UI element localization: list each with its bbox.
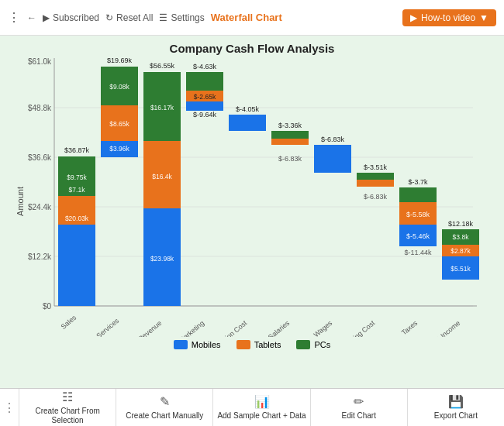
svg-text:$3.8k: $3.8k (453, 233, 470, 241)
svg-text:$20.03k: $20.03k (65, 215, 89, 222)
svg-text:Taxes: Taxes (400, 319, 419, 337)
edit-chart-button[interactable]: ✏ Edit Chart (311, 389, 408, 426)
btn2-label: Create Chart Manually (126, 411, 203, 421)
mobiles-swatch (174, 340, 188, 349)
svg-text:$9.08k: $9.08k (109, 83, 129, 91)
svg-text:$48.8k: $48.8k (28, 104, 52, 112)
svg-text:$-4.05k: $-4.05k (236, 105, 260, 113)
svg-text:$16.17k: $16.17k (150, 104, 174, 112)
reset-label: Reset All (116, 12, 153, 23)
svg-text:$-6.83k: $-6.83k (278, 155, 302, 163)
svg-text:$7.1k: $7.1k (69, 186, 86, 194)
salaries-pcs (271, 131, 309, 139)
svg-text:Marketing: Marketing (178, 319, 206, 337)
subscribed-icon: ▶ (43, 12, 50, 23)
chart-add-icon: 📊 (254, 394, 270, 409)
svg-text:$12.18k: $12.18k (448, 220, 474, 228)
svg-text:$-4.63k: $-4.63k (193, 63, 217, 70)
subscribed-label: Subscribed (53, 12, 99, 23)
export-chart-button[interactable]: 💾 Export Chart (408, 389, 504, 426)
chevron-down-icon: ▼ (479, 12, 488, 23)
btn5-label: Export Chart (434, 411, 478, 421)
svg-text:$12.2k: $12.2k (28, 253, 52, 261)
svg-text:$-6.83k: $-6.83k (364, 193, 388, 201)
chart-area: Company Cash Flow Analysis Amount $0 $12… (0, 36, 504, 388)
btn3-label: Add Sample Chart + Data (217, 411, 306, 421)
svg-text:Total Revenue: Total Revenue (124, 319, 164, 337)
waterfall-chart-svg: Amount $0 $12.2k $24.4k $36.6k $48.8k $6… (16, 58, 488, 337)
edit-icon: ✏ (354, 394, 364, 409)
btn1-label: Create Chart From Selection (21, 407, 114, 425)
y-axis-label: Amount (16, 187, 25, 216)
youtube-icon: ▶ (410, 12, 417, 23)
chart-legend: Mobiles Tablets PCs (8, 340, 496, 349)
legend-tablets: Tablets (236, 340, 281, 349)
svg-text:$8.65k: $8.65k (109, 120, 129, 128)
howto-label: How-to video (421, 12, 475, 23)
svg-text:$-3.7k: $-3.7k (408, 178, 428, 186)
svg-text:$36.87k: $36.87k (64, 146, 90, 154)
svg-text:$-3.36k: $-3.36k (278, 122, 302, 129)
reset-button[interactable]: ↻ Reset All (105, 12, 153, 23)
svg-text:$-6.83k: $-6.83k (321, 136, 345, 143)
export-icon: 💾 (448, 394, 464, 409)
taxes-pcs (399, 187, 437, 202)
svg-text:$19.69k: $19.69k (107, 58, 133, 64)
toolbar: ⋮ ☷ Create Chart From Selection ✎ Create… (0, 388, 504, 426)
create-chart-manually-button[interactable]: ✎ Create Chart Manually (116, 389, 213, 426)
svg-text:$-3.51k: $-3.51k (364, 163, 388, 171)
svg-text:$-9.64k: $-9.64k (193, 111, 217, 119)
sales-mobiles (58, 225, 95, 306)
opcost-pcs (357, 173, 394, 180)
svg-text:$-5.46k: $-5.46k (406, 232, 430, 240)
svg-text:$24.4k: $24.4k (28, 203, 52, 211)
svg-text:$23.98k: $23.98k (150, 255, 174, 263)
add-sample-chart-button[interactable]: 📊 Add Sample Chart + Data (213, 389, 310, 426)
create-chart-selection-button[interactable]: ☷ Create Chart From Selection (19, 389, 116, 426)
reset-icon: ↻ (105, 12, 113, 23)
svg-text:Wages: Wages (312, 319, 334, 337)
settings-label: Settings (171, 12, 204, 23)
wages-mobiles (314, 145, 351, 173)
transport-mobiles (229, 115, 266, 131)
tablets-swatch (236, 340, 250, 349)
svg-text:$61.0k: $61.0k (28, 58, 52, 66)
svg-text:$-11.44k: $-11.44k (404, 249, 432, 256)
table-icon: ☷ (62, 390, 73, 404)
svg-text:$-5.58k: $-5.58k (406, 211, 430, 218)
pcs-label: PCs (314, 340, 330, 349)
settings-button[interactable]: ☰ Settings (159, 12, 204, 23)
salaries-tablets (271, 139, 309, 145)
svg-text:Services: Services (95, 317, 120, 337)
svg-text:$2.87k: $2.87k (450, 247, 471, 255)
app-header: ⋮ ← ▶ Subscribed ↻ Reset All ☰ Settings … (0, 0, 504, 36)
howto-button[interactable]: ▶ How-to video ▼ (402, 9, 496, 26)
svg-text:Net Income: Net Income (430, 319, 462, 337)
svg-text:$0: $0 (43, 302, 52, 311)
svg-text:$16.4k: $16.4k (152, 173, 172, 180)
subscribed-button[interactable]: ▶ Subscribed (43, 12, 99, 23)
drag-handle: ⋮ (8, 10, 21, 25)
pcs-swatch (296, 340, 310, 349)
legend-mobiles: Mobiles (174, 340, 221, 349)
svg-text:Transportation Cost: Transportation Cost (197, 319, 249, 337)
svg-text:Sales: Sales (60, 314, 78, 331)
opcost-tablets (357, 180, 394, 187)
svg-text:Salaries: Salaries (267, 319, 292, 337)
svg-text:$9.75k: $9.75k (67, 173, 87, 181)
mobiles-label: Mobiles (192, 340, 221, 349)
marketing-mobiles (186, 101, 223, 111)
tablets-label: Tablets (254, 340, 281, 349)
chart-type-label: Waterfall Chart (211, 12, 282, 23)
legend-pcs: PCs (296, 340, 330, 349)
back-button[interactable]: ← (27, 12, 36, 23)
settings-icon: ☰ (159, 12, 167, 23)
svg-text:Operating Cost: Operating Cost (335, 319, 376, 337)
pencil-icon: ✎ (160, 394, 170, 409)
svg-text:$5.51k: $5.51k (450, 265, 471, 273)
btn4-label: Edit Chart (341, 411, 375, 421)
svg-text:$36.6k: $36.6k (28, 153, 52, 162)
marketing-pcs (186, 72, 223, 91)
chart-main-title: Company Cash Flow Analysis (8, 42, 496, 55)
svg-text:$56.55k: $56.55k (150, 62, 175, 70)
